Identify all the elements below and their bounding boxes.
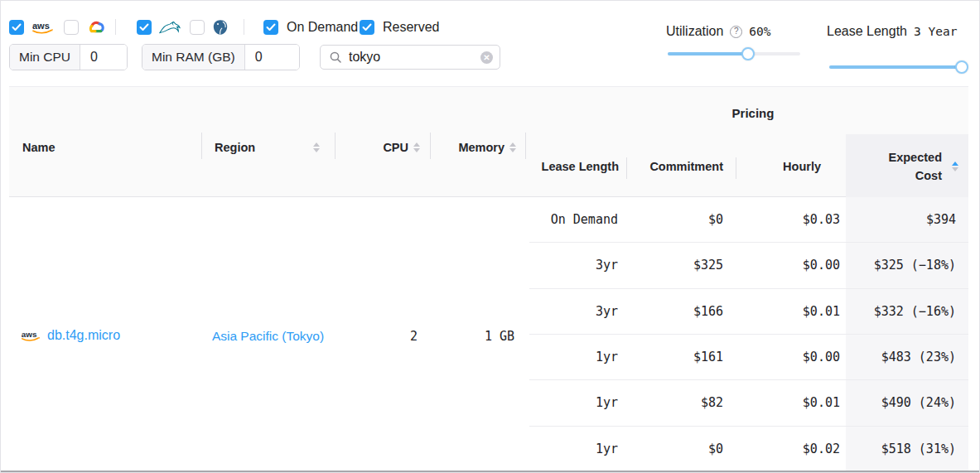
checkmark-icon — [12, 23, 22, 31]
cpu-cell: 2 — [335, 329, 430, 344]
provider-filter-gcp — [64, 19, 105, 36]
hourly-value: $0.03 — [736, 212, 846, 227]
reserved-checkbox[interactable] — [360, 20, 374, 35]
min-ram-input[interactable] — [245, 45, 299, 70]
column-divider — [736, 157, 736, 179]
min-ram-filter: Min RAM (GB) — [142, 44, 300, 70]
pricing-type-reserved: Reserved — [360, 19, 439, 36]
sort-icon — [509, 142, 516, 152]
hourly-value: $0.02 — [736, 442, 846, 456]
expected-cost-value: $332 (−16%) — [846, 304, 968, 319]
sort-icon — [413, 142, 420, 152]
pricing-row: 3yr $325 $0.00 $325 (−18%) — [529, 243, 968, 288]
utilization-control-labels: Utilization ? 60% — [666, 24, 771, 39]
hourly-value: $0.01 — [736, 395, 846, 410]
pricing-row: On Demand $0 $0.03 $394 — [529, 197, 968, 243]
clear-search-icon[interactable]: ✕ — [480, 51, 493, 64]
provider-filter-aws: aws — [9, 19, 54, 36]
commitment-value: $82 — [626, 395, 736, 410]
lease-length-value: On Demand — [529, 212, 626, 227]
gcp-checkbox[interactable] — [64, 20, 79, 35]
hourly-value: $0.00 — [736, 258, 846, 273]
search-box: ✕ — [320, 45, 500, 70]
on-demand-label: On Demand — [287, 20, 358, 35]
pricing-row: 3yr $166 $0.01 $332 (−16%) — [529, 289, 968, 335]
mysql-checkbox[interactable] — [137, 20, 152, 35]
column-divider — [525, 133, 526, 159]
commitment-value: $166 — [626, 304, 736, 319]
pricing-rows: On Demand $0 $0.03 $394 3yr $325 $0.00 $… — [529, 197, 968, 471]
region-cell[interactable]: Asia Pacific (Tokyo) — [201, 329, 335, 344]
postgresql-elephant-icon — [212, 19, 229, 36]
commitment-value: $325 — [626, 258, 736, 273]
column-header-hourly[interactable]: Hourly — [736, 134, 846, 198]
svg-text:aws: aws — [32, 21, 50, 31]
column-header-lease-length[interactable]: Lease Length — [529, 134, 626, 198]
gcp-logo-icon — [86, 20, 105, 35]
commitment-value: $0 — [626, 442, 736, 456]
lease-length-value: 3yr — [529, 304, 626, 319]
search-icon — [329, 51, 342, 64]
lease-length-value: 3 Year — [914, 25, 957, 38]
expected-cost-value: $394 — [846, 212, 968, 227]
column-divider — [201, 133, 202, 159]
aws-logo-icon: aws — [21, 329, 41, 342]
hourly-value: $0.01 — [736, 304, 846, 319]
help-icon[interactable]: ? — [730, 26, 742, 38]
svg-text:aws: aws — [22, 330, 37, 339]
min-ram-label: Min RAM (GB) — [142, 45, 245, 70]
lease-length-value: 1yr — [529, 395, 626, 410]
pricing-row: 1yr $0 $0.02 $518 (31%) — [529, 427, 968, 471]
app-window: aws — [0, 0, 980, 473]
min-cpu-filter: Min CPU — [9, 44, 128, 70]
pricing-type-on-demand: On Demand — [263, 19, 358, 36]
expected-cost-value: $518 (31%) — [846, 442, 968, 456]
column-header-memory[interactable]: Memory — [430, 135, 525, 160]
column-divider — [626, 157, 627, 179]
expected-cost-value: $483 (23%) — [846, 350, 968, 364]
mysql-dolphin-icon — [159, 21, 181, 35]
aws-checkbox[interactable] — [9, 20, 24, 35]
lease-length-slider-thumb[interactable] — [955, 60, 968, 74]
engine-filter-postgresql — [190, 19, 229, 36]
sort-icon — [313, 142, 320, 152]
search-input[interactable] — [349, 50, 474, 65]
table-header: Pricing Name Region CPU Memory Lease Len… — [9, 86, 968, 197]
column-divider — [335, 133, 336, 159]
slider-fill — [668, 52, 748, 56]
slider-fill — [829, 65, 962, 69]
table-body: aws db.t4g.micro Asia Pacific (Tokyo) 2 … — [9, 197, 968, 471]
on-demand-checkbox[interactable] — [263, 20, 278, 35]
column-header-expected-cost[interactable]: Expected Cost — [846, 134, 968, 198]
utilization-value: 60% — [749, 25, 770, 38]
column-header-region[interactable]: Region — [201, 135, 335, 160]
min-cpu-input[interactable] — [80, 45, 127, 70]
checkmark-icon — [362, 23, 372, 31]
commitment-value: $161 — [626, 350, 736, 364]
commitment-value: $0 — [626, 212, 736, 227]
reserved-label: Reserved — [383, 20, 439, 35]
checkmark-icon — [266, 23, 276, 31]
pricing-row: 1yr $161 $0.00 $483 (23%) — [529, 335, 968, 380]
utilization-slider[interactable] — [668, 47, 800, 60]
lease-length-slider[interactable] — [829, 60, 968, 74]
lease-length-value: 3yr — [529, 258, 626, 273]
utilization-slider-thumb[interactable] — [741, 47, 755, 60]
lease-length-value: 1yr — [529, 442, 626, 456]
column-header-cpu[interactable]: CPU — [335, 135, 430, 160]
lease-length-label: Lease Length — [827, 24, 907, 39]
utilization-label: Utilization — [666, 24, 723, 39]
min-cpu-label: Min CPU — [10, 45, 80, 70]
sort-icon-active — [952, 162, 958, 171]
filter-divider — [244, 19, 244, 35]
filter-divider — [115, 19, 116, 35]
engine-filter-mysql — [137, 19, 181, 36]
expected-cost-value: $490 (24%) — [846, 395, 968, 410]
column-header-name[interactable]: Name — [22, 135, 56, 160]
postgresql-checkbox[interactable] — [190, 20, 205, 35]
checkmark-icon — [139, 23, 149, 31]
instance-name-link[interactable]: db.t4g.micro — [47, 328, 120, 343]
column-header-commitment[interactable]: Commitment — [626, 134, 736, 198]
expected-cost-value: $325 (−18%) — [846, 258, 968, 273]
pricing-row: 1yr $82 $0.01 $490 (24%) — [529, 380, 968, 426]
